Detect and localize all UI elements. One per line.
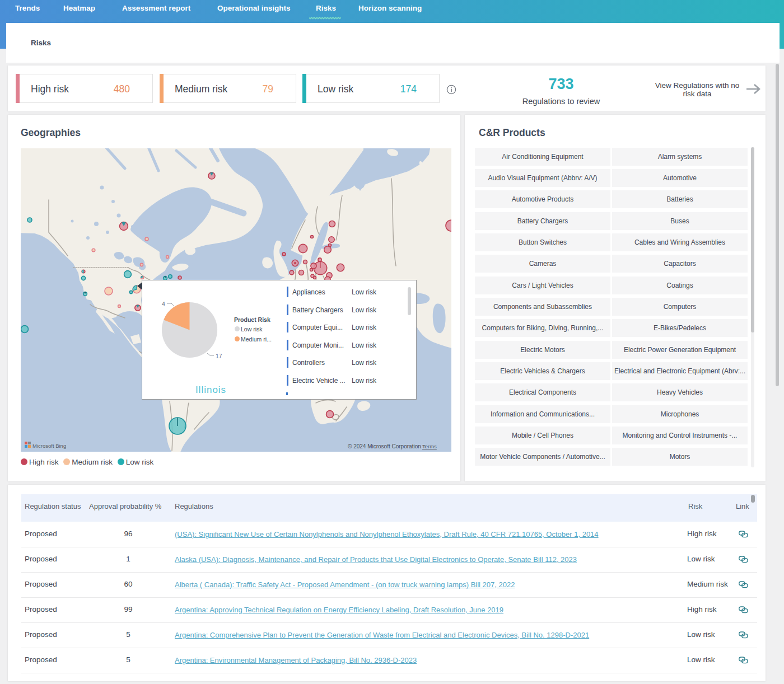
svg-text:© 2024 Microsoft Corporation: © 2024 Microsoft Corporation <box>348 443 421 449</box>
svg-text:4: 4 <box>162 301 165 307</box>
svg-text:Microsoft Bing: Microsoft Bing <box>32 443 66 449</box>
svg-text:17: 17 <box>216 353 222 359</box>
svg-text:Terms: Terms <box>422 443 437 449</box>
